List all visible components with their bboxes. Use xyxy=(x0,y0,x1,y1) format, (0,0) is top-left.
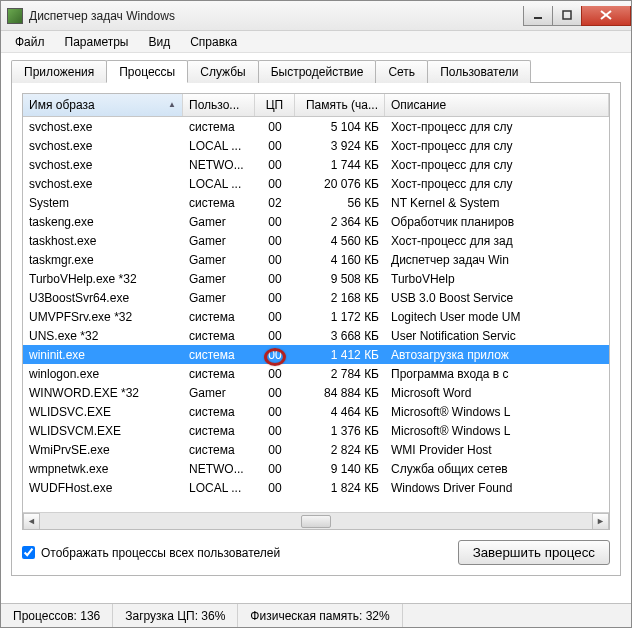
cell-desc: TurboVHelp xyxy=(385,272,609,286)
sort-arrow-icon: ▲ xyxy=(168,100,176,109)
cell-user: система xyxy=(183,405,255,419)
cell-mem: 1 172 КБ xyxy=(295,310,385,324)
cell-mem: 1 376 КБ xyxy=(295,424,385,438)
cell-image: wininit.exe xyxy=(23,348,183,362)
scroll-track[interactable] xyxy=(40,513,592,530)
show-all-users-checkbox[interactable]: Отображать процессы всех пользователей xyxy=(22,546,280,560)
scroll-left-icon[interactable]: ◄ xyxy=(23,513,40,530)
col-memory[interactable]: Память (ча... xyxy=(295,94,385,116)
process-list[interactable]: Имя образа ▲ Пользо... ЦП Память (ча... … xyxy=(22,93,610,530)
menu-file[interactable]: Файл xyxy=(7,33,53,51)
col-description[interactable]: Описание xyxy=(385,94,609,116)
close-button[interactable] xyxy=(581,6,631,26)
cell-user: система xyxy=(183,329,255,343)
cell-cpu: 00 xyxy=(255,329,295,343)
table-row[interactable]: Systemсистема0256 КБNT Kernel & System xyxy=(23,193,609,212)
table-row[interactable]: svchost.exeLOCAL ...0020 076 КБХост-проц… xyxy=(23,174,609,193)
cell-image: svchost.exe xyxy=(23,177,183,191)
cell-user: NETWO... xyxy=(183,462,255,476)
table-row[interactable]: WmiPrvSE.exeсистема002 824 КБWMI Provide… xyxy=(23,440,609,459)
cell-mem: 2 824 КБ xyxy=(295,443,385,457)
col-image[interactable]: Имя образа ▲ xyxy=(23,94,183,116)
table-row[interactable]: svchost.exeNETWO...001 744 КБХост-процес… xyxy=(23,155,609,174)
cell-mem: 2 784 КБ xyxy=(295,367,385,381)
table-row[interactable]: UMVPFSrv.exe *32система001 172 КБLogitec… xyxy=(23,307,609,326)
cell-cpu: 00 xyxy=(255,272,295,286)
cell-desc: NT Kernel & System xyxy=(385,196,609,210)
tab-applications[interactable]: Приложения xyxy=(11,60,107,83)
scroll-thumb[interactable] xyxy=(301,515,331,528)
cell-cpu: 00 xyxy=(255,158,295,172)
cell-desc: Windows Driver Found xyxy=(385,481,609,495)
cell-desc: Logitech User mode UM xyxy=(385,310,609,324)
cell-cpu: 00 xyxy=(255,291,295,305)
column-headers: Имя образа ▲ Пользо... ЦП Память (ча... … xyxy=(23,94,609,117)
table-row[interactable]: svchost.exeсистема005 104 КБХост-процесс… xyxy=(23,117,609,136)
cell-image: System xyxy=(23,196,183,210)
scroll-right-icon[interactable]: ► xyxy=(592,513,609,530)
col-cpu[interactable]: ЦП xyxy=(255,94,295,116)
table-row[interactable]: svchost.exeLOCAL ...003 924 КБХост-проце… xyxy=(23,136,609,155)
table-row[interactable]: U3BoostSvr64.exeGamer002 168 КБUSB 3.0 B… xyxy=(23,288,609,307)
cell-desc: User Notification Servic xyxy=(385,329,609,343)
cell-desc: USB 3.0 Boost Service xyxy=(385,291,609,305)
table-row[interactable]: taskhost.exeGamer004 560 КБХост-процесс … xyxy=(23,231,609,250)
tab-services[interactable]: Службы xyxy=(187,60,258,83)
minimize-button[interactable] xyxy=(523,6,553,26)
cell-image: winlogon.exe xyxy=(23,367,183,381)
table-row[interactable]: UNS.exe *32система003 668 КБUser Notific… xyxy=(23,326,609,345)
table-row[interactable]: TurboVHelp.exe *32Gamer009 508 КБTurboVH… xyxy=(23,269,609,288)
cell-cpu: 00 xyxy=(255,367,295,381)
cell-cpu: 00 xyxy=(255,405,295,419)
horizontal-scrollbar[interactable]: ◄ ► xyxy=(23,512,609,529)
col-user[interactable]: Пользо... xyxy=(183,94,255,116)
tab-performance[interactable]: Быстродействие xyxy=(258,60,377,83)
cell-cpu: 00 xyxy=(255,386,295,400)
table-row[interactable]: WINWORD.EXE *32Gamer0084 884 КБMicrosoft… xyxy=(23,383,609,402)
cell-mem: 9 140 КБ xyxy=(295,462,385,476)
cell-user: Gamer xyxy=(183,272,255,286)
table-row[interactable]: taskmgr.exeGamer004 160 КБДиспетчер зада… xyxy=(23,250,609,269)
status-processes: Процессов: 136 xyxy=(1,604,113,627)
table-row[interactable]: WUDFHost.exeLOCAL ...001 824 КБWindows D… xyxy=(23,478,609,497)
table-row[interactable]: wmpnetwk.exeNETWO...009 140 КБСлужба общ… xyxy=(23,459,609,478)
cell-image: taskhost.exe xyxy=(23,234,183,248)
cell-cpu: 00 xyxy=(255,120,295,134)
tab-users[interactable]: Пользователи xyxy=(427,60,531,83)
tab-processes[interactable]: Процессы xyxy=(106,60,188,83)
cell-desc: Автозагрузка прилож xyxy=(385,348,609,362)
titlebar[interactable]: Диспетчер задач Windows xyxy=(1,1,631,31)
table-row[interactable]: winlogon.exeсистема002 784 КБПрограмма в… xyxy=(23,364,609,383)
cell-image: wmpnetwk.exe xyxy=(23,462,183,476)
table-row[interactable]: wininit.exeсистема001 412 КБАвтозагрузка… xyxy=(23,345,609,364)
cell-desc: WMI Provider Host xyxy=(385,443,609,457)
maximize-button[interactable] xyxy=(552,6,582,26)
cell-user: система xyxy=(183,310,255,324)
checkbox-input[interactable] xyxy=(22,546,35,559)
cell-user: система xyxy=(183,424,255,438)
menu-view[interactable]: Вид xyxy=(140,33,178,51)
cell-user: Gamer xyxy=(183,215,255,229)
table-row[interactable]: WLIDSVCM.EXEсистема001 376 КБMicrosoft® … xyxy=(23,421,609,440)
tab-networking[interactable]: Сеть xyxy=(375,60,428,83)
table-row[interactable]: WLIDSVC.EXEсистема004 464 КБMicrosoft® W… xyxy=(23,402,609,421)
cell-cpu: 00 xyxy=(255,177,295,191)
cell-desc: Обработчик планиров xyxy=(385,215,609,229)
cell-cpu: 00 xyxy=(255,424,295,438)
cell-image: U3BoostSvr64.exe xyxy=(23,291,183,305)
app-icon xyxy=(7,8,23,24)
menu-options[interactable]: Параметры xyxy=(57,33,137,51)
cell-mem: 9 508 КБ xyxy=(295,272,385,286)
table-row[interactable]: taskeng.exeGamer002 364 КБОбработчик пла… xyxy=(23,212,609,231)
menu-bar: Файл Параметры Вид Справка xyxy=(1,31,631,53)
cell-mem: 2 168 КБ xyxy=(295,291,385,305)
cell-user: система xyxy=(183,367,255,381)
cell-image: svchost.exe xyxy=(23,120,183,134)
status-bar: Процессов: 136 Загрузка ЦП: 36% Физическ… xyxy=(1,603,631,627)
tab-strip: Приложения Процессы Службы Быстродействи… xyxy=(11,59,621,83)
cell-mem: 4 160 КБ xyxy=(295,253,385,267)
menu-help[interactable]: Справка xyxy=(182,33,245,51)
cell-user: LOCAL ... xyxy=(183,481,255,495)
list-body[interactable]: svchost.exeсистема005 104 КБХост-процесс… xyxy=(23,117,609,512)
end-process-button[interactable]: Завершить процесс xyxy=(458,540,610,565)
